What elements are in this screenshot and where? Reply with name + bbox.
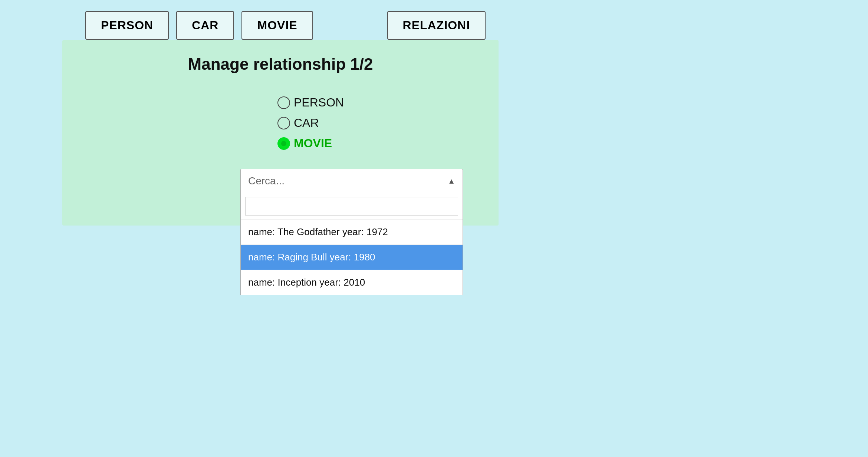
dropdown-search-wrapper <box>241 193 463 220</box>
radio-group: PERSON CAR MOVIE <box>277 96 476 150</box>
dropdown-option-godfather[interactable]: name: The Godfather year: 1972 <box>241 220 463 245</box>
dropdown-list: name: The Godfather year: 1972 name: Rag… <box>240 193 463 295</box>
dropdown-placeholder: Cerca... <box>248 175 285 187</box>
main-panel: Manage relationship 1/2 PERSON CAR MOVIE… <box>62 40 499 226</box>
radio-circle-car <box>277 117 290 129</box>
nav-bar: PERSON CAR MOVIE RELAZIONI <box>0 11 868 40</box>
radio-label-movie: MOVIE <box>294 137 332 150</box>
radio-circle-person <box>277 96 290 109</box>
nav-button-person[interactable]: PERSON <box>85 11 169 40</box>
radio-item-person[interactable]: PERSON <box>277 96 344 109</box>
dropdown-wrapper: Cerca... ▲ name: The Godfather year: 197… <box>240 169 463 193</box>
dropdown-search-input[interactable] <box>245 197 458 216</box>
dropdown-option-inception[interactable]: name: Inception year: 2010 <box>241 270 463 295</box>
radio-item-car[interactable]: CAR <box>277 116 319 130</box>
nav-button-movie[interactable]: MOVIE <box>241 11 313 40</box>
nav-button-car[interactable]: CAR <box>176 11 234 40</box>
radio-item-movie[interactable]: MOVIE <box>277 137 332 150</box>
dropdown-option-ragingbull[interactable]: name: Raging Bull year: 1980 <box>241 245 463 270</box>
radio-circle-movie <box>277 137 290 150</box>
dropdown-select[interactable]: Cerca... ▲ <box>240 169 463 193</box>
panel-title: Manage relationship 1/2 <box>85 55 476 73</box>
radio-label-person: PERSON <box>294 96 344 109</box>
chevron-up-icon: ▲ <box>448 177 455 185</box>
radio-label-car: CAR <box>294 116 319 130</box>
nav-button-relazioni[interactable]: RELAZIONI <box>387 11 486 40</box>
